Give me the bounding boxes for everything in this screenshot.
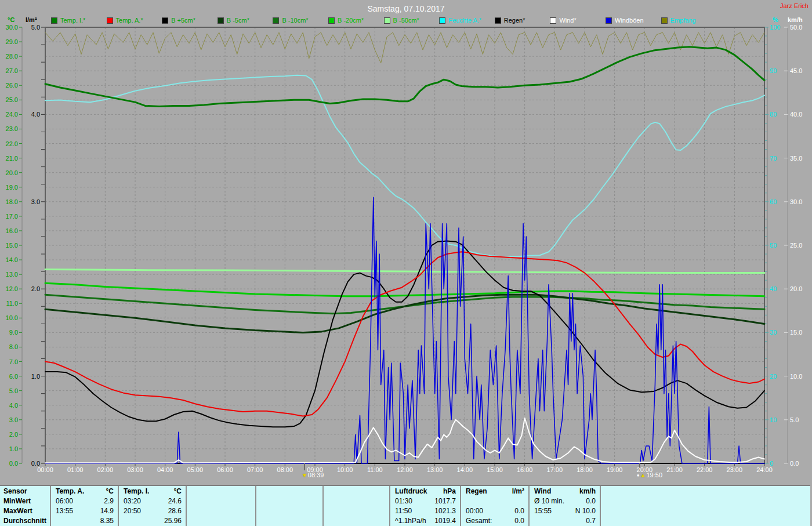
humidity-axis-label: 100 [770, 24, 784, 31]
humidity-axis-label: 10 [770, 416, 784, 423]
table-row-label: MaxWert [0, 506, 50, 516]
table-column-header: Regenl/m² [461, 486, 528, 496]
time-axis-label: 06:00 [213, 466, 237, 473]
cell-time: 01:30 [395, 497, 412, 505]
table-column-wind: Windkm/hØ 10 min.0.015:55N 10.00.7 [530, 486, 601, 526]
table-cell-row: 8.35 [51, 516, 118, 525]
legend-label: Windböen [615, 17, 644, 24]
temp-axis-label: 15.0 [1, 242, 18, 249]
humidity-axis-label: 50 [770, 242, 784, 249]
legend-item-windb-en: Windböen [606, 17, 644, 24]
rain-axis-label: 4.0 [23, 111, 40, 118]
time-axis-label: 14:00 [453, 466, 476, 473]
temp-axis-label: 2.0 [1, 431, 18, 438]
sunset-marker: ●▲19:50 [637, 471, 662, 478]
wind-axis-label: 20.0 [790, 285, 807, 292]
legend-item-b-5cm-: B +5cm* [162, 17, 195, 24]
table-column-luftdruck: LuftdruckhPa01:301017.711:501021.3^1.1hP… [390, 486, 461, 526]
column-title: Luftdruck [395, 487, 427, 495]
legend-label: B -5cm* [227, 17, 249, 24]
table-cell-row: 20:5028.6 [119, 506, 186, 516]
wind-axis-label: 5.0 [790, 416, 807, 423]
temp-axis-label: 18.0 [1, 198, 18, 205]
column-unit: °C [106, 487, 114, 495]
time-axis-label: 07:00 [244, 466, 267, 473]
table-cell-row [324, 516, 389, 525]
table-column-empty [601, 486, 810, 526]
table-cell-row: 01:301017.7 [390, 496, 460, 506]
wind-axis-label: 30.0 [790, 198, 807, 205]
wind-axis-label: 45.0 [790, 67, 807, 74]
legend-label: B +5cm* [171, 17, 195, 24]
cell-time: 03:20 [124, 497, 141, 505]
table-rowlabel-column: SensorMinWertMaxWertDurchschnitt [0, 486, 51, 526]
temp-axis-label: 16.0 [1, 227, 18, 234]
wind-axis-label: 50.0 [790, 24, 807, 31]
wind-axis-label: 25.0 [790, 242, 807, 249]
cell-value: 1021.3 [434, 507, 456, 515]
table-column-header [601, 486, 810, 496]
cell-value: N 10.0 [575, 507, 596, 515]
legend-label: Wind* [559, 17, 576, 24]
temp-axis-label: 8.0 [1, 343, 18, 350]
column-unit: °C [174, 487, 182, 495]
temp-axis-label: 24.0 [1, 111, 18, 118]
cell-time: 20:50 [124, 507, 141, 515]
time-axis-label: 17:00 [543, 466, 566, 473]
time-axis-label: 13:00 [423, 466, 447, 473]
table-cell-row [187, 516, 255, 525]
table-cell-row: 11:501021.3 [390, 506, 460, 516]
temp-axis-label: 5.0 [1, 387, 18, 394]
legend-item-wind-: Wind* [550, 17, 576, 24]
time-axis-label: 19:00 [603, 466, 626, 473]
table-cell-row [187, 506, 255, 516]
legend-color-box [550, 17, 556, 24]
sunrise-icon: ▼ [302, 472, 307, 478]
temp-axis-label: 25.0 [1, 96, 18, 103]
column-title: Temp. A. [56, 487, 84, 495]
legend-color-box [495, 17, 501, 24]
legend-item-temp-a-: Temp. A.* [107, 17, 143, 24]
legend-item-empfang: Empfang [661, 17, 696, 24]
time-axis-label: 16:00 [513, 466, 536, 473]
column-unit: l/m² [512, 487, 524, 495]
humidity-axis-label: 30 [770, 329, 784, 336]
temp-axis-label: 20.0 [1, 169, 18, 176]
cell-time: ^1.1hPa/h [395, 517, 426, 525]
table-column-header [187, 486, 255, 496]
temp-axis-label: 22.0 [1, 140, 18, 147]
table-cell-row: 15:55N 10.0 [530, 506, 600, 516]
humidity-axis-label: 90 [770, 67, 784, 74]
table-column-header: Temp. I.°C [119, 486, 186, 496]
legend-color-box [439, 17, 445, 24]
cell-value: 2.9 [104, 497, 114, 505]
temp-axis-label: 13.0 [1, 271, 18, 278]
temp-axis-label: 30.0 [1, 24, 18, 31]
legend-color-box [384, 17, 390, 24]
weather-app-window: Samstag, 07.10.2017 Jarz Erich °C l/m² %… [0, 0, 812, 526]
temp-axis-label: 17.0 [1, 213, 18, 220]
table-column-empty [324, 486, 390, 526]
legend-label: B -20cm* [338, 17, 364, 24]
wind-axis-label: 15.0 [790, 329, 807, 336]
table-cell-row [461, 496, 528, 506]
time-axis-label: 12:00 [393, 466, 416, 473]
table-column-empty [256, 486, 324, 526]
temp-axis-label: 1.0 [1, 445, 18, 452]
table-row-label: Durchschnitt [0, 516, 50, 525]
legend-color-box [661, 17, 668, 24]
temp-axis-label: 6.0 [1, 373, 18, 380]
temp-axis-label: 23.0 [1, 125, 18, 132]
rain-axis-label: 1.0 [23, 373, 40, 380]
column-title: Wind [534, 487, 551, 495]
cell-value: 0.0 [586, 497, 596, 505]
time-axis-label: 03:00 [124, 466, 147, 473]
table-column-regen: Regenl/m²00:000.0Gesamt:0.0 [461, 486, 530, 526]
legend-item-b-10cm-: B -10cm* [273, 17, 308, 24]
table-cell-row [256, 496, 322, 506]
table-column-header: Temp. A.°C [51, 486, 118, 496]
legend-label: Empfang [670, 17, 696, 24]
cell-time: 13:55 [56, 507, 73, 515]
rain-axis-label: 5.0 [23, 24, 40, 31]
legend-item-regen-: Regen* [495, 17, 525, 24]
